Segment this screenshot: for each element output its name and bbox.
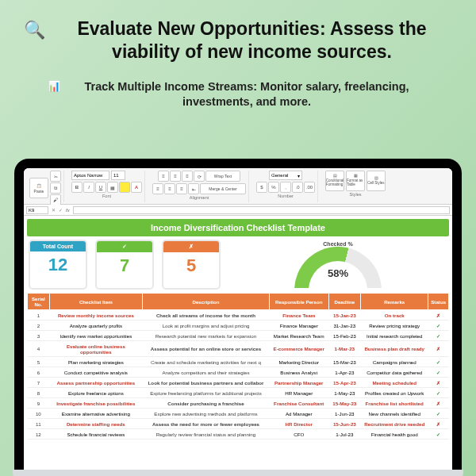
cell[interactable]: HR Director [269,419,328,429]
cell[interactable]: Campaigns planned [361,357,428,367]
fx-icon[interactable]: fx [66,208,70,213]
cell[interactable]: 1-Jul-23 [328,429,361,440]
cell[interactable]: CFO [269,429,328,440]
cell[interactable]: 5 [28,357,50,367]
italic-button[interactable]: I [83,182,94,193]
format-painter-button[interactable]: 🖌 [50,194,61,205]
cell[interactable]: Schedule financial reviews [49,429,142,440]
conditional-formatting-button[interactable]: ▤ Conditional Formatting [325,171,344,191]
cell[interactable]: 1 [28,310,50,321]
column-header[interactable]: Status [428,294,449,310]
font-color-button[interactable]: A [131,182,142,193]
align-right-button[interactable]: ≡ [176,183,187,194]
fill-color-button[interactable] [119,182,130,193]
table-row[interactable]: 12Schedule financial reviewsRegularly re… [28,429,449,440]
table-row[interactable]: 4Evaluate online business opportunitiesA… [28,341,449,357]
font-name-select[interactable]: Aptos Narrow [71,171,109,180]
merge-center-button[interactable]: Merge & Center [200,183,246,194]
cell[interactable]: Meeting scheduled [361,378,428,388]
cell[interactable]: Create and schedule marketing activities… [143,357,270,367]
cell[interactable]: HR Manager [269,388,328,398]
cell[interactable]: 1-May-23 [328,388,361,398]
cell[interactable]: 15-Jan-23 [328,310,361,321]
table-row[interactable]: 5Plan marketing strategiesCreate and sch… [28,357,449,367]
cancel-icon[interactable]: ✕ [52,207,56,213]
copy-button[interactable]: ⧉ [50,182,61,194]
cell[interactable]: 1-Mar-23 [328,341,361,357]
cell[interactable]: 15-Feb-23 [328,331,361,341]
cell[interactable]: Franchise list shortlisted [361,398,428,409]
cell[interactable]: Profiles created on Upwork [361,388,428,398]
table-row[interactable]: 11Determine staffing needsAssess the nee… [28,419,449,429]
cell[interactable]: Finance Team [269,310,328,321]
increase-decimal-button[interactable]: .0 [292,182,303,193]
cell[interactable]: Determine staffing needs [49,419,142,429]
cell[interactable]: Review monthly income sources [49,310,142,321]
cell[interactable]: 12 [28,429,50,440]
status-cell[interactable]: ✗ [428,310,449,321]
cell[interactable]: Look at profit margins and adjust pricin… [143,321,270,331]
cell[interactable]: Consider purchasing a franchise [143,398,270,409]
cell[interactable]: 7 [28,378,50,388]
status-cell[interactable]: ✓ [428,321,449,331]
cell[interactable]: Business Analyst [269,367,328,378]
cell[interactable]: Competitor data gathered [361,367,428,378]
align-top-button[interactable]: ≡ [158,171,169,182]
enter-icon[interactable]: ✓ [59,207,63,213]
cell[interactable]: 8 [28,388,50,398]
status-cell[interactable]: ✗ [428,419,449,429]
table-row[interactable]: 1Review monthly income sourcesCheck all … [28,310,449,321]
cell[interactable]: Assess partnership opportunities [49,378,142,388]
column-header[interactable]: Responsible Person [269,294,328,310]
cell[interactable]: New channels identified [361,409,428,419]
cell[interactable]: Check all streams of income for the mont… [143,310,270,321]
table-row[interactable]: 8Explore freelance optionsExplore freela… [28,388,449,398]
cell[interactable]: 3 [28,331,50,341]
cell-styles-button[interactable]: ▧ Cell Styles [367,171,386,191]
cell[interactable]: Evaluate online business opportunities [49,341,142,357]
paste-button[interactable]: 📋 Paste [29,178,48,198]
cut-button[interactable]: ✂ [50,171,61,182]
cell[interactable]: Partnership Manager [269,378,328,388]
column-header[interactable]: Description [143,294,270,310]
table-row[interactable]: 3Identify new market opportunitiesResear… [28,331,449,341]
border-button[interactable]: ▦ [107,182,118,193]
cell[interactable]: 9 [28,398,50,409]
cell[interactable]: 1-Jun-23 [328,409,361,419]
status-cell[interactable]: ✓ [428,409,449,419]
worksheet[interactable]: Income Diversification Checklist Templat… [24,216,452,476]
table-row[interactable]: 9Investigate franchise possibilitiesCons… [28,398,449,409]
cell[interactable]: 15-Apr-23 [328,378,361,388]
number-format-select[interactable]: General▾ [269,171,302,180]
font-size-select[interactable]: 11 [111,171,125,180]
cell[interactable]: Market Research Team [269,331,328,341]
align-middle-button[interactable]: ≡ [170,171,181,182]
status-cell[interactable]: ✗ [428,398,449,409]
orientation-button[interactable]: ⟳ [194,171,205,182]
percent-button[interactable]: % [268,182,279,193]
cell[interactable]: 11 [28,419,50,429]
cell[interactable]: Investigate franchise possibilities [49,398,142,409]
cell[interactable]: Regularly review financial status and pl… [143,429,270,440]
cell[interactable]: Marketing Director [269,357,328,367]
cell[interactable]: Conduct competitive analysis [49,367,142,378]
currency-button[interactable]: $ [256,182,267,193]
column-header[interactable]: Deadline [328,294,361,310]
underline-button[interactable]: U [95,182,106,193]
cell[interactable]: 31-Jan-23 [328,321,361,331]
cell[interactable]: Explore new advertising methods and plat… [143,409,270,419]
cell[interactable]: 10 [28,409,50,419]
cell[interactable]: 1-Apr-23 [328,367,361,378]
cell[interactable]: E-commerce Manager [269,341,328,357]
table-row[interactable]: 7Assess partnership opportunitiesLook fo… [28,378,449,388]
cell[interactable]: 15-May-23 [328,398,361,409]
cell[interactable]: Look for potential business partners and… [143,378,270,388]
status-cell[interactable]: ✓ [428,388,449,398]
cell[interactable]: Examine alternative advertising [49,409,142,419]
column-header[interactable]: Remarks [361,294,428,310]
cell[interactable]: Research potential new markets for expan… [143,331,270,341]
status-cell[interactable]: ✓ [428,429,449,440]
table-row[interactable]: 2Analyze quarterly profitsLook at profit… [28,321,449,331]
cell[interactable]: Plan marketing strategies [49,357,142,367]
cell[interactable]: 4 [28,341,50,357]
